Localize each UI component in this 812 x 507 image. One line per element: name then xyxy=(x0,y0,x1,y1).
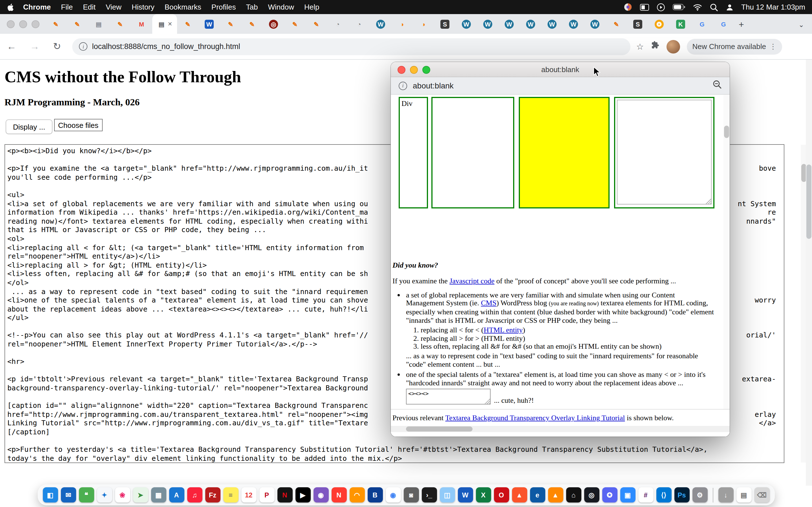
dock-screenshot-file-icon[interactable]: ▤ xyxy=(736,487,751,503)
tab-close-icon[interactable]: ✕ xyxy=(168,21,172,27)
bookmark-icon[interactable]: ☆ xyxy=(637,41,644,52)
tab-google-1[interactable]: G xyxy=(691,14,713,34)
tab-tutorial-3[interactable]: ✎ xyxy=(109,14,131,34)
extensions-icon[interactable] xyxy=(651,41,659,52)
tab-pie-1[interactable]: ◑ xyxy=(391,14,413,34)
dock-news-icon[interactable]: N xyxy=(331,487,347,503)
tab-active-localhost[interactable]: ▤✕ xyxy=(152,14,177,34)
tab-wordpress-6[interactable]: W xyxy=(541,14,563,34)
popup-hscrollbar[interactable] xyxy=(391,426,730,432)
dock-system-settings-icon[interactable]: ⚙ xyxy=(692,487,707,503)
spotlight-icon[interactable] xyxy=(710,3,718,11)
dock-app-store-icon[interactable]: A xyxy=(169,487,184,503)
dock-photos-icon[interactable]: ❀ xyxy=(115,487,130,503)
tab-clock-2[interactable]: ◔ xyxy=(349,14,370,34)
page-scroll-thumb[interactable] xyxy=(806,165,811,239)
tab-pie-2[interactable]: ◑ xyxy=(413,14,434,34)
page-scrollbar[interactable] xyxy=(806,60,812,486)
popup-window[interactable]: about:blank i about:blank Div Did you xyxy=(391,62,730,437)
close-button[interactable] xyxy=(7,20,15,28)
tab-wordpress-3[interactable]: W xyxy=(477,14,499,34)
menu-chrome[interactable]: Chrome xyxy=(18,3,56,11)
dock-mail-icon[interactable]: ✉ xyxy=(61,487,76,503)
popup-link[interactable]: HTML entity xyxy=(484,326,523,334)
dock-brave-icon[interactable]: ▲ xyxy=(512,487,527,503)
user-icon[interactable] xyxy=(725,3,733,11)
back-button[interactable]: ← xyxy=(0,41,23,52)
tab-search-chevron[interactable]: ⌄ xyxy=(791,21,812,29)
dock-tv-icon[interactable]: ▶ xyxy=(295,487,310,503)
minimize-button[interactable] xyxy=(19,20,27,28)
new-tab-button[interactable]: + xyxy=(734,20,749,30)
window-icon[interactable] xyxy=(640,4,649,10)
dock-filezilla-icon[interactable]: Fz xyxy=(205,487,220,503)
dock-netflix-icon[interactable]: N xyxy=(277,487,292,503)
tab-sun[interactable]: ❂ xyxy=(649,14,670,34)
tab-tutorial-4[interactable]: ✎ xyxy=(177,14,199,34)
dock-maps-icon[interactable]: ➤ xyxy=(133,487,148,503)
dock-notes-icon[interactable]: ≡ xyxy=(223,487,238,503)
display-button[interactable]: Display ... xyxy=(6,119,52,134)
wifi-icon[interactable] xyxy=(693,4,702,10)
popup-scroll-thumb[interactable] xyxy=(724,126,729,138)
dock-github-icon[interactable]: ⌂ xyxy=(566,487,581,503)
tab-tutorial-8[interactable]: ✎ xyxy=(306,14,327,34)
tab-tutorial-1[interactable]: ✎ xyxy=(45,14,66,34)
dock-downloads-icon[interactable]: ↓ xyxy=(718,487,733,503)
dock-word-icon[interactable]: W xyxy=(458,487,473,503)
choose-files-input[interactable]: Choose files xyxy=(54,119,102,131)
dock-edge-icon[interactable]: e xyxy=(530,487,545,503)
popup-link[interactable]: CMS xyxy=(481,299,497,307)
tab-wordpress-8[interactable]: W xyxy=(584,14,606,34)
dock-finder-icon[interactable]: ◧ xyxy=(43,487,58,503)
reload-button[interactable]: ↻ xyxy=(46,41,68,52)
address-bar[interactable]: i localhost:8888/cms_no_follow_through.h… xyxy=(72,38,631,55)
overlay-textarea[interactable] xyxy=(617,100,712,205)
tab-tutorial-5[interactable]: ✎ xyxy=(220,14,241,34)
dock-messages-icon[interactable]: ❝ xyxy=(79,487,94,503)
dock-camera-icon[interactable]: ◙ xyxy=(403,487,419,503)
popup-zoom-button[interactable] xyxy=(422,66,430,74)
menu-tab[interactable]: Tab xyxy=(241,3,263,11)
chrome-menu-icon[interactable]: ⋮ xyxy=(769,42,777,51)
tab-tutorial-9[interactable]: ✎ xyxy=(606,14,627,34)
play-icon[interactable] xyxy=(657,3,665,11)
dock-opera-icon[interactable]: O xyxy=(494,487,509,503)
resize-grip-icon[interactable] xyxy=(485,399,490,404)
tab-tutorial-2[interactable]: ✎ xyxy=(66,14,88,34)
popup-titlebar[interactable]: about:blank xyxy=(391,62,730,77)
dock-calendar-icon[interactable]: 12 xyxy=(241,487,256,503)
menu-view[interactable]: View xyxy=(101,3,126,11)
dock-trash-icon[interactable]: ⌫ xyxy=(754,487,769,503)
dock-music-icon[interactable]: ♫ xyxy=(187,487,202,503)
popup-site-info-icon[interactable]: i xyxy=(399,81,407,90)
dock-firefox-icon[interactable]: ◠ xyxy=(349,487,364,503)
tab-wordpress-4[interactable]: W xyxy=(499,14,520,34)
dock-steam-icon[interactable]: ◎ xyxy=(584,487,599,503)
tab-tutorial-6[interactable]: ✎ xyxy=(241,14,263,34)
tab-wordpress-1[interactable]: W xyxy=(370,14,391,34)
tab-target[interactable]: ◎ xyxy=(263,14,284,34)
dock-launchpad-icon[interactable]: ▦ xyxy=(151,487,166,503)
menu-bookmarks[interactable]: Bookmarks xyxy=(160,3,206,11)
menu-history[interactable]: History xyxy=(126,3,160,11)
popup-link[interactable]: Javascript code xyxy=(449,277,495,285)
dock-excel-icon[interactable]: X xyxy=(476,487,491,503)
tab-tutorial-7[interactable]: ✎ xyxy=(284,14,306,34)
popup-url-text[interactable]: about:blank xyxy=(413,81,454,90)
profile-avatar[interactable] xyxy=(666,40,680,53)
palette-icon[interactable] xyxy=(623,3,632,11)
dock-preview-icon[interactable]: ◫ xyxy=(440,487,455,503)
dock-pinterest-icon[interactable]: P xyxy=(259,487,274,503)
dock-bluetooth-app-icon[interactable]: B xyxy=(367,487,383,503)
resize-grip-icon[interactable] xyxy=(705,198,711,204)
tab-s-1[interactable]: S xyxy=(434,14,456,34)
dock-vscode-icon[interactable]: ⟨⟩ xyxy=(656,487,671,503)
dock-discord-icon[interactable]: ✪ xyxy=(602,487,617,503)
url-text[interactable]: localhost:8888/cms_no_follow_through.htm… xyxy=(92,42,240,51)
dock-safari-icon[interactable]: ✦ xyxy=(97,487,112,503)
tab-page[interactable]: ▤ xyxy=(88,14,109,34)
dock-zoom-icon[interactable]: ▣ xyxy=(620,487,635,503)
tab-wordpress-7[interactable]: W xyxy=(563,14,584,34)
forward-button[interactable]: → xyxy=(23,41,46,52)
